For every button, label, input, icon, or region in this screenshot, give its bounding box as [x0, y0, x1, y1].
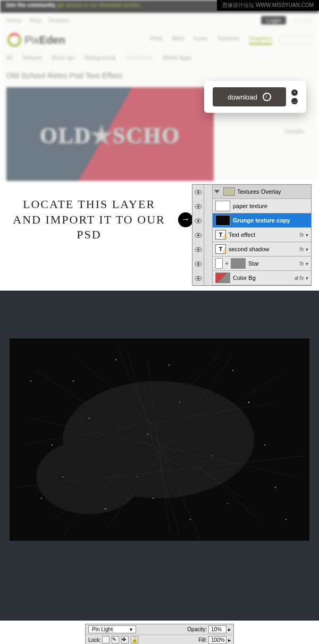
- layer-row[interactable]: ⎆ Star fx ▾: [192, 257, 311, 271]
- expand-icon[interactable]: [214, 190, 220, 193]
- opacity-input[interactable]: 10%: [208, 625, 226, 633]
- instruction-block: LOCATE THIS LAYER AND IMPORT IT TO OUR P…: [0, 181, 319, 259]
- grunge-texture-preview: [10, 338, 309, 541]
- filter-crumbs: AllTexturesMock Ups BackgroundsText Effe…: [0, 52, 319, 63]
- download-button[interactable]: download: [213, 87, 286, 106]
- folder-icon: [223, 187, 235, 196]
- category-tabs: PrintWebIcons TexturesGraphics: [150, 35, 272, 45]
- fx-icon[interactable]: ⊕ fx ▾: [294, 275, 308, 281]
- visibility-icon[interactable]: [192, 185, 204, 199]
- hero-preview: OLD★SCHO: [6, 87, 214, 181]
- photoshop-canvas: [0, 291, 319, 621]
- instruction-text: LOCATE THIS LAYER AND IMPORT IT TO OUR P…: [11, 197, 167, 243]
- svg-point-40: [264, 444, 265, 445]
- lock-paint-icon[interactable]: ✎: [112, 636, 119, 643]
- text-layer-icon: T: [215, 230, 226, 240]
- lock-transparent-icon[interactable]: [102, 636, 110, 643]
- svg-point-29: [248, 402, 249, 403]
- layer-row[interactable]: T second shadow fx ▾: [192, 242, 311, 257]
- layer-thumb: [215, 273, 230, 283]
- layer-name: paper texture: [233, 203, 267, 209]
- svg-point-5: [197, 220, 199, 222]
- svg-point-44: [286, 519, 287, 520]
- watermark: 思缘设计论坛 WWW.MISSYUAN.COM: [217, 0, 319, 11]
- visibility-icon[interactable]: [192, 257, 204, 271]
- fill-label: Fill:: [198, 637, 207, 643]
- visibility-icon[interactable]: [192, 242, 204, 257]
- svg-point-9: [197, 249, 199, 251]
- svg-point-13: [197, 277, 199, 279]
- layer-group-name: Textures Overlay: [237, 188, 281, 195]
- blend-mode-dropdown[interactable]: Pin Light ▾: [88, 625, 136, 633]
- layer-row[interactable]: paper texture: [192, 199, 311, 213]
- search-input[interactable]: [280, 35, 312, 45]
- layer-row-selected[interactable]: Grunge texture copy: [192, 213, 311, 228]
- svg-point-3: [197, 205, 199, 208]
- lock-label: Lock:: [88, 637, 101, 643]
- layer-name: second shadow: [229, 246, 269, 252]
- stepper-icon[interactable]: ▸: [228, 626, 231, 632]
- stepper-icon[interactable]: ▸: [228, 637, 231, 643]
- fx-icon[interactable]: fx ▾: [299, 261, 308, 267]
- layer-name: Color Bg: [233, 275, 256, 281]
- svg-point-11: [197, 263, 199, 265]
- layer-thumb: [215, 201, 230, 211]
- logo-icon: [7, 33, 21, 47]
- lock-all-icon[interactable]: 🔒: [131, 636, 138, 643]
- svg-point-36: [41, 498, 42, 499]
- visibility-icon[interactable]: [192, 228, 204, 242]
- fx-icon[interactable]: fx ▾: [299, 246, 308, 252]
- svg-point-47: [30, 381, 31, 382]
- text-layer-icon: T: [215, 244, 226, 254]
- layer-name: Grunge texture copy: [233, 217, 290, 224]
- download-box: download +◡: [204, 81, 306, 113]
- layers-panel: Textures Overlay paper texture Grunge te…: [192, 184, 312, 286]
- svg-point-46: [227, 503, 228, 504]
- svg-point-49: [36, 440, 142, 514]
- visibility-icon[interactable]: [192, 271, 204, 285]
- layer-row[interactable]: T Text effect fx ▾: [192, 228, 311, 242]
- svg-point-35: [190, 519, 191, 520]
- opacity-label: Opacity:: [187, 626, 207, 632]
- svg-point-7: [197, 234, 199, 236]
- svg-point-28: [169, 365, 170, 366]
- logo-row: PixEden PrintWebIcons TexturesGraphics: [0, 28, 319, 52]
- comment-icon[interactable]: ◡: [291, 98, 298, 104]
- visibility-icon[interactable]: [192, 213, 204, 228]
- layer-row[interactable]: Color Bg ⊕ fx ▾: [192, 271, 311, 285]
- svg-point-41: [115, 359, 116, 360]
- nav-row: HomeBlogRegister Login ○ ○ ○ ○: [0, 13, 319, 28]
- layer-name: Star: [248, 260, 259, 267]
- svg-point-30: [52, 444, 53, 445]
- fx-icon[interactable]: fx ▾: [299, 232, 308, 238]
- fill-input[interactable]: 100%: [208, 636, 226, 644]
- svg-point-27: [73, 381, 74, 382]
- svg-point-33: [275, 487, 276, 488]
- download-icon: [263, 93, 271, 101]
- lock-move-icon[interactable]: ✥: [121, 636, 129, 643]
- plus-icon[interactable]: +: [291, 89, 298, 96]
- layer-name: Text effect: [229, 232, 255, 238]
- mask-thumb: [215, 258, 223, 269]
- layer-options-bar: Pin Light ▾ Opacity: 10%▸ Lock: ✎ ✥ 🔒 Fi…: [85, 624, 234, 644]
- visibility-icon[interactable]: [192, 199, 204, 213]
- svg-point-38: [232, 370, 233, 371]
- layer-thumb: [231, 258, 246, 269]
- arrow-icon: →: [178, 212, 193, 227]
- svg-point-1: [197, 191, 199, 193]
- layer-thumb: [215, 215, 230, 226]
- layer-group-header[interactable]: Textures Overlay: [192, 185, 311, 199]
